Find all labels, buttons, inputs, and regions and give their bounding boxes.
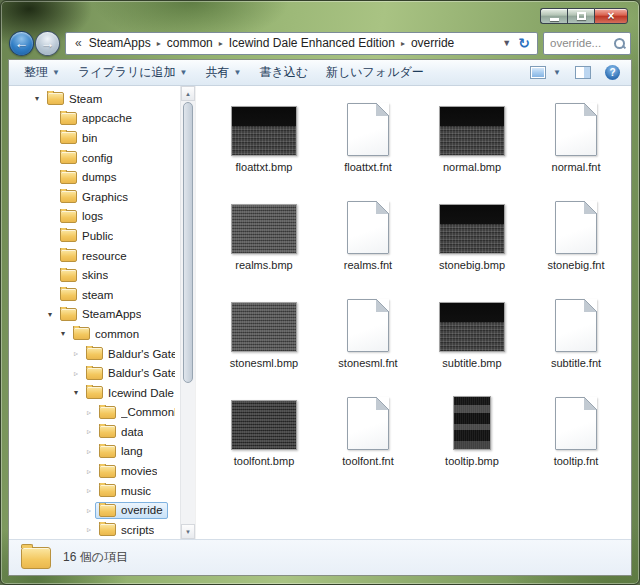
tree-item-body[interactable]: scripts [95, 521, 159, 538]
search-box[interactable]: override... [543, 32, 631, 55]
file-item[interactable]: realms.bmp [212, 194, 316, 292]
toolbar-button[interactable]: 書き込む [250, 61, 317, 84]
expand-arrow-icon[interactable]: ▾ [31, 94, 43, 103]
tree-item[interactable]: Public [9, 226, 180, 246]
tree-item-body[interactable]: _CommonRedist [95, 404, 180, 421]
tree-item[interactable]: ▹ Baldur's Gate Enhanc... [9, 344, 180, 364]
tree-item-body[interactable]: Steam [43, 90, 107, 107]
file-item[interactable]: floattxt.fnt [316, 96, 420, 194]
breadcrumb-separator-icon[interactable]: ▸ [154, 39, 164, 48]
file-item[interactable]: tooltip.fnt [524, 390, 628, 488]
tree-item[interactable]: ▹ scripts [9, 520, 180, 539]
tree-item-body[interactable]: config [56, 149, 118, 166]
minimize-button[interactable] [540, 8, 567, 24]
tree-item[interactable]: bin [9, 128, 180, 148]
breadcrumb-separator-icon[interactable]: ▸ [398, 39, 408, 48]
file-item[interactable]: stonesml.bmp [212, 292, 316, 390]
tree-item[interactable]: Graphics [9, 187, 180, 207]
expand-arrow-icon[interactable]: ▹ [83, 427, 95, 436]
refresh-icon[interactable]: ↻ [516, 35, 534, 51]
expand-arrow-icon[interactable]: ▹ [70, 369, 82, 378]
scrollbar-thumb[interactable] [183, 102, 193, 383]
back-button[interactable]: ← [9, 31, 34, 56]
expand-arrow-icon[interactable]: ▹ [83, 467, 95, 476]
help-button[interactable]: ? [602, 63, 623, 82]
file-item[interactable]: tooltip.bmp [420, 390, 524, 488]
expand-arrow-icon[interactable]: ▾ [70, 388, 82, 397]
tree-item[interactable]: logs [9, 207, 180, 227]
expand-arrow-icon[interactable]: ▹ [83, 486, 95, 495]
tree-item[interactable]: ▾ Steam [9, 89, 180, 109]
breadcrumb-item[interactable]: common [164, 35, 216, 51]
address-bar[interactable]: « SteamApps▸common▸Icewind Dale Enhanced… [65, 32, 538, 55]
tree-item-body[interactable]: dumps [56, 169, 122, 186]
expand-arrow-icon[interactable]: ▹ [83, 408, 95, 417]
tree-item-body[interactable]: Graphics [56, 188, 133, 205]
search-input[interactable]: override... [550, 37, 613, 49]
expand-arrow-icon[interactable]: ▹ [70, 349, 82, 358]
tree-item[interactable]: ▹ lang [9, 442, 180, 462]
file-item[interactable]: floattxt.bmp [212, 96, 316, 194]
file-item[interactable]: subtitle.bmp [420, 292, 524, 390]
tree-item[interactable]: resource [9, 246, 180, 266]
tree-item-body[interactable]: lang [95, 443, 148, 460]
preview-pane-button[interactable] [572, 64, 594, 81]
file-item[interactable]: subtitle.fnt [524, 292, 628, 390]
tree-item[interactable]: ▹ music [9, 481, 180, 501]
tree-item-body[interactable]: resource [56, 247, 132, 264]
tree-item[interactable]: ▹ data [9, 422, 180, 442]
breadcrumb-item[interactable]: Icewind Dale Enhanced Edition [226, 35, 398, 51]
address-dropdown-icon[interactable]: ▼ [497, 38, 516, 48]
tree-scrollbar[interactable]: ▲ ▼ [180, 86, 195, 539]
file-item[interactable]: normal.bmp [420, 96, 524, 194]
tree-item-body[interactable]: Public [56, 227, 118, 244]
tree-item-body[interactable]: SteamApps [56, 306, 146, 323]
tree-item[interactable]: ▹ Baldur's Gate II Enha... [9, 363, 180, 383]
file-item[interactable]: toolfont.fnt [316, 390, 420, 488]
tree-item[interactable]: appcache [9, 109, 180, 129]
breadcrumb-item[interactable]: SteamApps [86, 35, 154, 51]
breadcrumb-overflow-button[interactable]: « [71, 36, 86, 50]
scroll-up-button[interactable]: ▲ [181, 86, 195, 101]
file-item[interactable]: stonebig.bmp [420, 194, 524, 292]
tree-item[interactable]: config [9, 148, 180, 168]
tree-item[interactable]: dumps [9, 167, 180, 187]
tree-item[interactable]: ▹ movies [9, 461, 180, 481]
expand-arrow-icon[interactable]: ▹ [83, 525, 95, 534]
expand-arrow-icon[interactable]: ▾ [44, 310, 56, 319]
tree-item-body[interactable]: skins [56, 267, 113, 284]
tree-item[interactable]: ▹ _CommonRedist [9, 403, 180, 423]
tree-item-body[interactable]: bin [56, 129, 102, 146]
tree-item-body[interactable]: music [95, 482, 156, 499]
tree-item-body[interactable]: Baldur's Gate Enhanc... [82, 345, 180, 362]
file-item[interactable]: stonebig.fnt [524, 194, 628, 292]
close-button[interactable]: × [594, 8, 628, 24]
file-item[interactable]: stonesml.fnt [316, 292, 420, 390]
toolbar-button[interactable]: 整理▼ [15, 61, 69, 84]
tree-item[interactable]: ▾ common [9, 324, 180, 344]
expand-arrow-icon[interactable]: ▹ [83, 447, 95, 456]
breadcrumb-separator-icon[interactable]: ▸ [216, 39, 226, 48]
file-item[interactable]: toolfont.bmp [212, 390, 316, 488]
tree-item[interactable]: steam [9, 285, 180, 305]
scrollbar-track[interactable] [181, 384, 195, 524]
tree-item-body[interactable]: Icewind Dale Enhanc... [82, 384, 180, 401]
tree-item-body[interactable]: steam [56, 286, 118, 303]
tree-item[interactable]: ▹ override [9, 500, 180, 520]
scroll-down-button[interactable]: ▼ [181, 524, 195, 539]
expand-arrow-icon[interactable]: ▾ [57, 329, 69, 338]
tree-item[interactable]: ▾ Icewind Dale Enhanc... [9, 383, 180, 403]
tree-item-body[interactable]: common [69, 325, 144, 342]
file-item[interactable]: normal.fnt [524, 96, 628, 194]
file-item[interactable]: realms.fnt [316, 194, 420, 292]
tree-item[interactable]: skins [9, 265, 180, 285]
change-view-button[interactable]: ▼ [527, 64, 564, 81]
tree-item-body[interactable]: movies [95, 463, 162, 480]
tree-item-body[interactable]: logs [56, 208, 108, 225]
expand-arrow-icon[interactable]: ▹ [83, 506, 95, 515]
forward-button[interactable]: → [35, 31, 60, 56]
tree-item-body[interactable]: data [95, 423, 148, 440]
toolbar-button[interactable]: 共有▼ [197, 61, 251, 84]
tree-item-body[interactable]: override [95, 502, 168, 519]
toolbar-button[interactable]: ライブラリに追加▼ [69, 61, 197, 84]
